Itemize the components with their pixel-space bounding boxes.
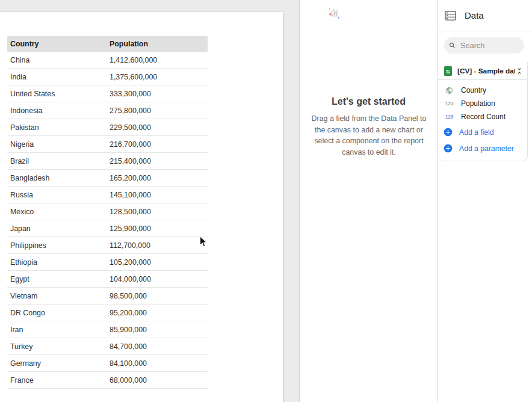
- table-row: Pakistan229,500,000: [7, 119, 208, 136]
- number-123-icon: 123: [444, 100, 454, 107]
- field-label: Population: [461, 99, 495, 108]
- cell-country: Philippines: [7, 241, 110, 250]
- cell-population: 215,400,000: [110, 157, 208, 165]
- table-row: Philippines112,700,000: [7, 237, 208, 254]
- table-header-country: Country: [7, 40, 110, 48]
- data-panel-title: Data: [465, 10, 484, 20]
- table-row: Mexico128,500,000: [7, 203, 208, 220]
- cell-population: 216,700,000: [110, 140, 208, 149]
- cell-population: 165,200,000: [110, 174, 208, 182]
- cell-population: 85,900,000: [110, 326, 208, 334]
- table-row: France68,000,000: [7, 372, 208, 389]
- field-actions: Add a field Add a parameter: [438, 125, 527, 156]
- empty-state-panel: Let's get started Drag a field from the …: [299, 0, 438, 402]
- unfold-less-icon: [515, 67, 524, 75]
- empty-state-title: Let's get started: [300, 96, 438, 107]
- table-row: Brazil215,400,000: [7, 153, 208, 170]
- number-123-icon: 123: [444, 114, 454, 120]
- collapse-panel-button[interactable]: [515, 67, 524, 75]
- table-row: India1,375,600,000: [7, 69, 208, 85]
- table-row: Egypt104,000,000: [7, 271, 208, 288]
- action-label: Add a field: [459, 128, 494, 137]
- cell-population: 112,700,000: [110, 241, 208, 250]
- dot-green: [336, 7, 336, 7]
- search-input[interactable]: [460, 41, 519, 50]
- table-body: China1,412,600,000India1,375,600,000Unit…: [7, 52, 208, 389]
- field-item-record-count[interactable]: 123Record Count: [438, 110, 527, 123]
- table-row: Russia145,100,000: [7, 187, 208, 203]
- cell-country: Russia: [7, 191, 110, 199]
- cell-population: 275,800,000: [110, 107, 208, 115]
- search-icon: [449, 42, 456, 49]
- cell-country: Germany: [7, 359, 110, 368]
- cell-country: Pakistan: [7, 123, 110, 132]
- search-box[interactable]: [444, 37, 524, 54]
- cell-population: 1,375,600,000: [110, 73, 208, 81]
- cell-country: Ethiopia: [7, 258, 110, 267]
- data-panel: Data [CV] - Sample data ...: [438, 0, 532, 402]
- cell-population: 128,500,000: [110, 208, 208, 216]
- field-label: Record Count: [461, 113, 506, 121]
- table-row: Indonesia275,800,000: [7, 102, 208, 119]
- table-row: Ethiopia105,200,000: [7, 254, 208, 271]
- cell-country: Japan: [7, 224, 110, 233]
- fields-list: Country123Population123Record Count: [438, 80, 527, 123]
- cell-country: Bangladesh: [7, 174, 110, 182]
- field-label: Country: [461, 86, 486, 94]
- table-header-population: Population: [110, 40, 208, 48]
- sheet-icon: [444, 66, 452, 76]
- dot-yellow: [329, 8, 330, 10]
- cell-population: 145,100,000: [110, 191, 208, 199]
- globe-icon: [444, 87, 454, 94]
- cell-country: France: [7, 376, 110, 385]
- cell-population: 1,412,600,000: [110, 56, 208, 64]
- cell-country: China: [7, 56, 110, 64]
- data-source-card: [CV] - Sample data ... Country123Populat…: [438, 62, 528, 161]
- table-row: Vietnam98,500,000: [7, 288, 208, 305]
- cell-population: 125,900,000: [110, 224, 208, 233]
- report-canvas-area[interactable]: Country Population China1,412,600,000Ind…: [0, 0, 299, 402]
- dot-blue: [338, 17, 339, 19]
- table-row: Japan125,900,000: [7, 220, 208, 237]
- empty-state-body: Drag a field from the Data Panel to the …: [308, 113, 430, 158]
- cell-country: Turkey: [7, 342, 110, 351]
- data-source-name: [CV] - Sample data ...: [457, 67, 515, 75]
- cell-population: 95,200,000: [110, 309, 208, 317]
- table-row: United States333,300,000: [7, 85, 208, 102]
- cell-population: 229,500,000: [110, 123, 208, 132]
- chart-illustration-icon: [326, 5, 410, 80]
- table-row: Iran85,900,000: [7, 321, 208, 338]
- cell-country: Brazil: [7, 157, 110, 165]
- cell-country: United States: [7, 90, 110, 98]
- cell-population: 84,700,000: [110, 342, 208, 351]
- cell-population: 105,200,000: [110, 258, 208, 267]
- table-header-row: Country Population: [7, 36, 208, 52]
- data-source-row[interactable]: [CV] - Sample data ...: [438, 62, 527, 80]
- field-item-country[interactable]: Country: [438, 84, 527, 97]
- plus-circle-icon: [444, 144, 453, 153]
- cell-population: 104,000,000: [110, 275, 208, 283]
- table-row: Nigeria216,700,000: [7, 136, 208, 153]
- looker-studio-window: Country Population China1,412,600,000Ind…: [0, 0, 532, 402]
- field-item-population[interactable]: 123Population: [438, 97, 527, 110]
- add-a-parameter-button[interactable]: Add a parameter: [438, 141, 527, 156]
- cell-country: Indonesia: [7, 107, 110, 115]
- cell-population: 98,500,000: [110, 292, 208, 300]
- cell-country: Nigeria: [7, 140, 110, 149]
- table-row: DR Congo95,200,000: [7, 305, 208, 321]
- table-chart[interactable]: Country Population China1,412,600,000Ind…: [7, 36, 208, 389]
- plus-circle-icon: [444, 128, 453, 137]
- table-row: Bangladesh165,200,000: [7, 170, 208, 187]
- cell-population: 84,100,000: [110, 359, 208, 368]
- cell-country: Mexico: [7, 208, 110, 216]
- action-label: Add a parameter: [459, 144, 514, 153]
- cell-country: DR Congo: [7, 309, 110, 317]
- add-a-field-button[interactable]: Add a field: [438, 125, 527, 140]
- data-panel-header: Data: [438, 0, 532, 31]
- cell-population: 333,300,000: [110, 90, 208, 98]
- table-row: Turkey84,700,000: [7, 338, 208, 355]
- mouse-cursor: [199, 236, 208, 248]
- cell-country: Iran: [7, 326, 110, 334]
- table-row: Germany84,100,000: [7, 355, 208, 372]
- cell-country: Egypt: [7, 275, 110, 283]
